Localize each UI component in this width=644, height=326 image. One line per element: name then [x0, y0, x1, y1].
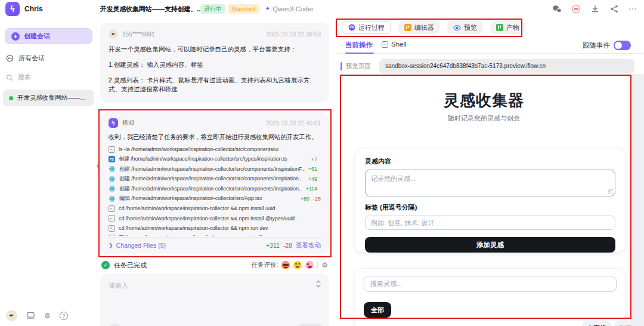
- operation-row[interactable]: TS 创建 /home/admin/workspace/inspiration-…: [109, 155, 321, 165]
- sidebar-item-session[interactable]: 开发灵感收集网站——支持...: [3, 90, 94, 106]
- shell-label: Shell: [391, 41, 407, 48]
- wechat-icon[interactable]: [552, 4, 562, 14]
- brand-avatar-icon[interactable]: ✒: [6, 310, 17, 321]
- assistant-name: 搭叩: [122, 119, 134, 127]
- tab-label: 编辑器: [414, 23, 434, 32]
- ops-list: >_ ls -la /home/admin/workspace/inspirat…: [109, 144, 321, 236]
- content-textarea[interactable]: 记录您的灵感...: [365, 170, 615, 196]
- operation-row[interactable]: 创建 /home/admin/workspace/inspiration-col…: [109, 174, 321, 184]
- diff-added: +80: [301, 196, 309, 202]
- preview-gutter: [631, 75, 644, 326]
- user-msg-line: 2.灵感列表： 卡片样式、鼠标悬浮有过渡动画、支持列表和九宫格展示方式、支持过滤…: [109, 76, 321, 95]
- message-input-box[interactable]: 请输入 Enter发送任务|Cmd+Enter换行: [100, 273, 329, 326]
- terminal-icon: >_: [382, 41, 388, 48]
- tab-current-operation[interactable]: 当前操作: [345, 41, 373, 50]
- diff-added-total: +311: [266, 242, 280, 249]
- subtabs-bar: 当前操作 >_ Shell 跟随事件: [336, 37, 644, 54]
- help-icon[interactable]: ?: [60, 312, 68, 320]
- sidebar-search[interactable]: 搜索: [6, 73, 31, 82]
- operation-row[interactable]: >_ cd /home/admin/workspace/inspiration-…: [109, 223, 321, 233]
- operation-row[interactable]: >_ cd /home/admin/workspace/inspiration-…: [109, 204, 321, 214]
- operation-row[interactable]: 创建 /home/admin/workspace/inspiration-col…: [109, 164, 321, 174]
- tab-eye[interactable]: 预览: [447, 21, 483, 34]
- tab-box[interactable]: 产物: [490, 21, 525, 34]
- attachment-button[interactable]: [107, 324, 123, 326]
- react-file-icon: [109, 176, 116, 183]
- app-preview-frame: 灵感收集器 随时记录您的灵感与创意 灵感内容 记录您的灵感... 标签 (用逗号…: [336, 74, 644, 326]
- search-label: 搜索: [18, 73, 31, 82]
- chat-bubble-icon: [6, 54, 14, 62]
- operation-text: cd /home/admin/workspace/inspiration-col…: [119, 225, 314, 231]
- neutral-face-emoji[interactable]: [293, 261, 302, 269]
- app-logo-icon[interactable]: ϟ: [5, 2, 20, 16]
- stop-icon[interactable]: [571, 4, 581, 14]
- operation-text: 创建 /home/admin/workspace/inspiration-col…: [119, 155, 308, 163]
- model-indicator[interactable]: ✦ Qwen3-Coder: [265, 5, 314, 13]
- tab-editor[interactable]: 编辑器: [398, 21, 440, 34]
- preview-url[interactable]: sandbox-session24c647db838f43b7ac-5173.p…: [379, 59, 634, 73]
- terminal-icon: >_: [109, 205, 115, 212]
- terminal-icon: >_: [109, 146, 115, 153]
- rating-label: 任务评价:: [251, 261, 278, 269]
- send-button[interactable]: [297, 324, 323, 326]
- create-session-label: 创建会话: [24, 32, 50, 41]
- angry-face-emoji[interactable]: [281, 261, 290, 269]
- editor-icon: [404, 24, 411, 31]
- share-icon[interactable]: [609, 4, 619, 14]
- diff-added: +49: [308, 176, 317, 182]
- preview-url-row: 预览页面 sandbox-session24c647db838f43b7ac-5…: [336, 59, 644, 74]
- view-grid-button[interactable]: 九宫格: [582, 321, 612, 326]
- tags-input[interactable]: 例如: 创意, 技术, 设计: [365, 216, 615, 230]
- star-struck-face-emoji[interactable]: [305, 261, 314, 269]
- add-inspiration-button[interactable]: 添加灵感: [365, 237, 615, 253]
- expand-collapse-icon[interactable]: [315, 280, 321, 288]
- search-inspiration-input[interactable]: 搜索灵感...: [364, 276, 617, 292]
- chat-panel: ❮ ✒ 155****8991 2025.10.20 22:39:59 开发一个…: [97, 18, 336, 326]
- purple-marker: [340, 62, 342, 70]
- sidebar-item-all-sessions[interactable]: 所有会话: [6, 54, 45, 63]
- operation-row[interactable]: >_ cd /home/admin/workspace/inspiration-…: [109, 214, 321, 224]
- tab-label: 产物: [506, 23, 519, 32]
- assistant-message-card: ϟ 搭叩 2025.10.20 22:40:01 收到，我已经清楚了任务的要求，…: [100, 112, 329, 254]
- task-status-row: ✓ 任务已完成 任务评价: ⚙: [101, 259, 328, 271]
- tab-gauge[interactable]: 运行过程: [342, 21, 391, 34]
- create-session-button[interactable]: + 创建会话: [5, 28, 92, 44]
- rating-settings-icon[interactable]: ⚙: [321, 261, 328, 269]
- chevron-right-icon: ❯: [109, 242, 113, 248]
- settings-gear-icon[interactable]: ⚙: [44, 312, 51, 320]
- view-switcher: 九宫格 列表: [582, 321, 637, 326]
- user-msg-line: 1.创建灵感： 输入灵感内容、标签: [109, 60, 321, 70]
- operation-row[interactable]: >_ ls -la /home/admin/workspace/inspirat…: [109, 144, 321, 155]
- react-file-icon: [109, 195, 116, 202]
- diff-added: +61: [308, 166, 317, 172]
- tags-label: 标签 (用逗号分隔): [365, 203, 615, 212]
- plus-icon: +: [11, 32, 20, 41]
- changed-files-link[interactable]: ❯ Changed Files (5): [109, 242, 166, 249]
- operation-row[interactable]: 编辑 /home/admin/workspace/inspiration-col…: [109, 194, 321, 204]
- filter-all-button[interactable]: 全部: [364, 302, 391, 318]
- inspiration-form-card: 灵感内容 记录您的灵感... 标签 (用逗号分隔) 例如: 创意, 技术, 设计…: [355, 149, 626, 253]
- operation-row[interactable]: ↗ 预览：sandbox-session24c647db838f43b7ac-5…: [109, 233, 321, 236]
- operation-text: cd /home/admin/workspace/inspiration-col…: [119, 216, 314, 222]
- external-link-icon: ↗: [109, 235, 115, 236]
- operation-text: cd /home/admin/workspace/inspiration-col…: [119, 205, 314, 211]
- model-sparkle-icon: ✦: [265, 5, 270, 13]
- diff-removed: -28: [313, 196, 321, 202]
- operation-text: ls -la /home/admin/workspace/inspiration…: [119, 146, 314, 152]
- user-name: Chris: [24, 5, 43, 13]
- resize-grip-icon[interactable]: [608, 189, 613, 194]
- diff-added: +7: [311, 156, 317, 162]
- operation-row[interactable]: 创建 /home/admin/workspace/inspiration-col…: [109, 184, 321, 194]
- operation-text: 创建 /home/admin/workspace/inspiration-col…: [119, 185, 302, 193]
- model-name: Qwen3-Coder: [273, 5, 313, 13]
- active-tab-underline: [345, 53, 374, 54]
- terminal-icon: >_: [109, 225, 115, 232]
- react-file-icon: [109, 185, 116, 192]
- follow-events-toggle[interactable]: [614, 41, 631, 50]
- check-icon: ✓: [101, 261, 110, 269]
- more-menu-icon[interactable]: ···: [628, 4, 638, 14]
- tab-shell[interactable]: >_ Shell: [382, 41, 407, 48]
- desktop-icon[interactable]: [26, 312, 35, 319]
- download-icon[interactable]: [590, 4, 600, 14]
- view-changes-link[interactable]: 查看改动: [296, 241, 321, 250]
